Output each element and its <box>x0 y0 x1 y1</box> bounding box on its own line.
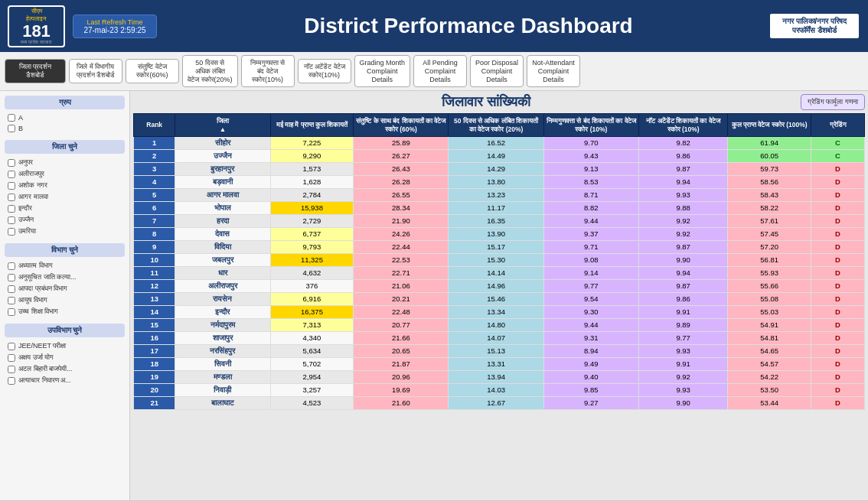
vibhag-anusuchit-cb[interactable] <box>8 274 15 281</box>
nav-btn-fifty[interactable]: 50 दिवस से अधिक लंबित वेटेज स्कोर(20%) <box>182 55 238 87</box>
cell-niyam: 9.49 <box>543 357 638 370</box>
nav-btn-niyam[interactable]: निम्मगुणवत्ता से बंद वेटेज स्कोर(10%) <box>241 55 295 87</box>
jila-aagar-cb[interactable] <box>8 194 15 201</box>
cell-niyam: 9.77 <box>543 279 638 292</box>
upvibhag-jee[interactable]: JEE/NEET परीक्षा <box>5 340 125 352</box>
nav-btn-not-att[interactable]: नॉट अटेंडेंट वेटेज स्कोर(10%) <box>298 59 351 83</box>
jila-indore-cb[interactable] <box>8 205 15 213</box>
nav-btn-santushti[interactable]: संतुष्टि वेटेज स्कोर(60%) <box>126 59 179 83</box>
cell-jila: भोपाल <box>175 201 270 214</box>
jila-alirajpur-cb[interactable] <box>8 171 15 178</box>
group-b-checkbox[interactable] <box>8 125 15 132</box>
upvibhag-atyachar-cb[interactable] <box>8 377 15 385</box>
nav-btn-not-attendant[interactable]: Not-Attendant Complaint Details <box>527 55 580 87</box>
nav-btn-jila[interactable]: जिला प्रदर्शन डैशबोर्ड <box>5 59 66 83</box>
cell-satisfaction: 26.43 <box>354 162 449 175</box>
cell-rank: 2 <box>134 149 175 162</box>
cell-niyam: 9.44 <box>543 318 638 331</box>
vibhag-aayush[interactable]: आयुष विभाग <box>5 294 125 306</box>
cell-jila: मण्डला <box>175 370 270 383</box>
col-header-fifty: 50 दिवस से अधिक लंबित शिकायतों का वेटेज … <box>449 114 543 136</box>
sidebar-item-groupB[interactable]: B <box>5 123 125 134</box>
cell-grade: D <box>811 292 865 305</box>
jila-item-aagar[interactable]: आगर मालवा <box>5 191 125 203</box>
jila-item-ujjain[interactable]: उज्जैन <box>5 214 125 226</box>
col-header-jila: जिला▲ <box>175 114 270 136</box>
cell-may: 2,729 <box>270 214 354 227</box>
nav-btn-grading-month[interactable]: Grading Month Complaint Details <box>354 55 411 87</box>
cell-jila: सीहोर <box>175 136 270 149</box>
jila-item-alirajpur[interactable]: अलीराजपुर <box>5 168 125 180</box>
nav-btn-poor-disposal[interactable]: Poor Disposal Complaint Details <box>470 55 524 87</box>
cell-not-att: 9.93 <box>638 188 727 201</box>
jila-umaria-cb[interactable] <box>8 228 15 236</box>
cell-grade: D <box>811 357 865 370</box>
jila-anuppur-cb[interactable] <box>8 159 15 167</box>
cell-fifty: 16.35 <box>449 214 543 227</box>
table-scroll[interactable]: Rank जिला▲ मई माह में प्राप्त कुल शिकायत… <box>133 113 865 409</box>
cell-may: 2,784 <box>270 188 354 201</box>
cell-niyam: 8.82 <box>543 201 638 214</box>
upvibhag-title: उपविभाग चुने <box>5 324 125 337</box>
vibhag-aapda[interactable]: आपदा प्रबंधन विभाग <box>5 283 125 294</box>
col-header-total: कुल प्राप्त वेटेज स्कोर (100%) <box>728 114 811 136</box>
grading-formula-button[interactable]: ग्रेडिंग फार्मूला गणना <box>801 94 865 110</box>
vibhag-aayush-cb[interactable] <box>8 297 15 304</box>
nav-btn-all-pending[interactable]: All Pending Complaint Details <box>413 55 467 87</box>
logo-bottom: मध्य प्रदेश सरकार <box>21 40 51 45</box>
logo-number: 181 <box>22 23 51 40</box>
upvibhag-akshay[interactable]: अक्षय उर्जा योग <box>5 352 125 363</box>
cell-may: 9,290 <box>270 149 354 162</box>
cell-jila: आगर मालवा <box>175 188 270 201</box>
cell-grade: D <box>811 188 865 201</box>
jila-ujjain-cb[interactable] <box>8 216 15 224</box>
nav-row: जिला प्रदर्शन डैशबोर्ड जिले में विभागीय … <box>0 52 868 91</box>
upvibhag-akshay-cb[interactable] <box>8 354 15 362</box>
cell-may: 15,938 <box>270 201 354 214</box>
jila-item-anuppur[interactable]: अनुपर <box>5 157 125 168</box>
vibhag-ucch-shiksha[interactable]: उच्च शिक्षा विभाग <box>5 306 125 317</box>
vibhag-adhyatm[interactable]: अध्यात्म विभाग <box>5 260 125 272</box>
table-row: 11धार4,63222.7114.149.149.9455.93D <box>134 266 865 279</box>
cell-grade: D <box>811 201 865 214</box>
upvibhag-atal[interactable]: अटल बिहारी बाजपेयी... <box>5 363 125 375</box>
table-row: 16शाजापुर4,34021.6614.079.319.7754.81D <box>134 331 865 344</box>
cell-grade: C <box>811 149 865 162</box>
cell-niyam: 8.94 <box>543 344 638 357</box>
vibhag-aapda-cb[interactable] <box>8 285 15 293</box>
upvibhag-atyachar[interactable]: अत्याचार निवारण अ... <box>5 375 125 386</box>
jila-item-ashok-nagar[interactable]: अशोक नगर <box>5 180 125 191</box>
cell-total: 58.22 <box>728 201 811 214</box>
sidebar: ग्रुप A B जिला चुने अनुपर अलीराजपुर अशोक… <box>0 91 130 500</box>
jila-ashok-nagar-cb[interactable] <box>8 182 15 190</box>
cell-total: 54.81 <box>728 331 811 344</box>
group-a-checkbox[interactable] <box>8 114 15 122</box>
cell-total: 54.91 <box>728 318 811 331</box>
upvibhag-jee-cb[interactable] <box>8 343 15 350</box>
data-table: Rank जिला▲ मई माह में प्राप्त कुल शिकायत… <box>133 113 865 409</box>
cell-not-att: 9.93 <box>638 383 727 396</box>
cell-satisfaction: 21.90 <box>354 214 449 227</box>
header-right-line2: परफॉर्मेंस डैशबोर्ड <box>776 26 853 35</box>
vibhag-ucch-shiksha-cb[interactable] <box>8 308 15 316</box>
cell-may: 3,257 <box>270 383 354 396</box>
col-header-grade: ग्रेडिंग <box>811 114 865 136</box>
cell-rank: 9 <box>134 240 175 253</box>
cell-rank: 13 <box>134 292 175 305</box>
cell-not-att: 9.87 <box>638 162 727 175</box>
cell-jila: देवास <box>175 227 270 240</box>
jila-item-indore[interactable]: इन्दौर <box>5 203 125 214</box>
cell-not-att: 9.86 <box>638 292 727 305</box>
nav-btn-vibhag[interactable]: जिले में विभागीय प्रदर्शन डैशबोर्ड <box>69 59 122 83</box>
sidebar-item-groupA[interactable]: A <box>5 112 125 123</box>
vibhag-adhyatm-cb[interactable] <box>8 262 15 270</box>
cell-niyam: 9.85 <box>543 383 638 396</box>
cell-total: 58.56 <box>728 175 811 188</box>
cell-satisfaction: 20.65 <box>354 344 449 357</box>
jila-item-umaria[interactable]: उमरिया <box>5 226 125 237</box>
upvibhag-atal-cb[interactable] <box>8 366 15 373</box>
col-header-not-att: नॉट अटेंडेंट शिकायतों का वेटेज स्कोर (10… <box>638 114 727 136</box>
cell-rank: 3 <box>134 162 175 175</box>
vibhag-anusuchit[interactable]: अनुसूचित जाति कल्या... <box>5 272 125 283</box>
cell-fifty: 14.49 <box>449 149 543 162</box>
